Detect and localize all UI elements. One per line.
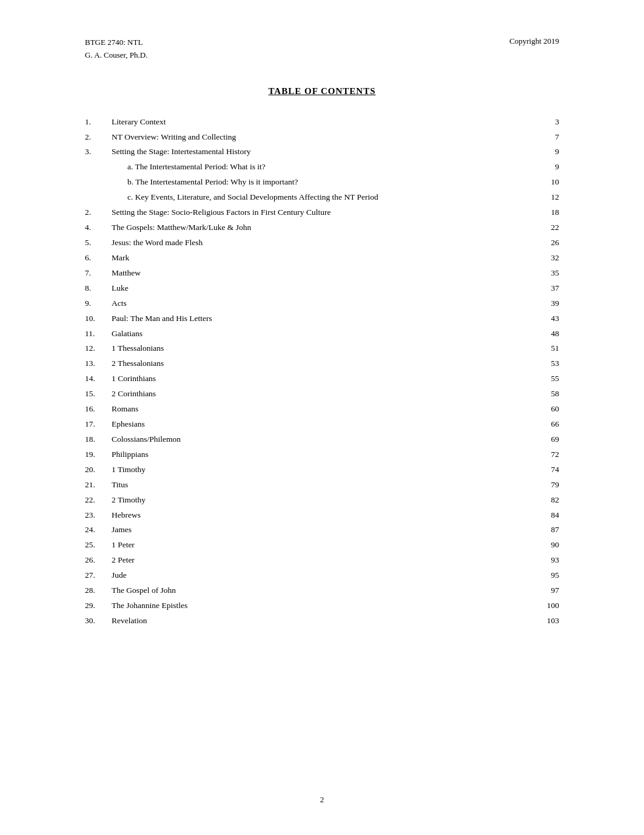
toc-label: Jude: [109, 568, 529, 583]
toc-row: 16. Romans 60: [85, 402, 559, 417]
toc-label: The Gospel of John: [109, 583, 529, 598]
toc-row: 30. Revelation 103: [85, 614, 559, 629]
toc-page: 35: [529, 266, 559, 281]
toc-row: 9. Acts 39: [85, 296, 559, 311]
toc-label: James: [109, 522, 529, 538]
toc-row: 25. 1 Peter 90: [85, 538, 559, 553]
toc-label: Setting the Stage: Socio-Religious Facto…: [109, 205, 529, 220]
toc-page: 53: [529, 356, 559, 371]
toc-num: 12.: [85, 341, 109, 356]
toc-num: [85, 160, 109, 175]
toc-label: Ephesians: [109, 417, 529, 432]
toc-num: 2.: [85, 205, 109, 220]
toc-row: 14. 1 Corinthians 55: [85, 371, 559, 387]
toc-label: Luke: [109, 281, 529, 296]
toc-label: Setting the Stage: Intertestamental Hist…: [109, 144, 529, 160]
toc-num: 20.: [85, 462, 109, 478]
toc-num: 11.: [85, 326, 109, 342]
toc-page: 48: [529, 326, 559, 342]
toc-num: 26.: [85, 553, 109, 568]
toc-num: 8.: [85, 281, 109, 296]
toc-num: 13.: [85, 356, 109, 371]
toc-label: Philippians: [109, 447, 529, 462]
toc-page: 97: [529, 583, 559, 598]
toc-page: 93: [529, 553, 559, 568]
page-footer: 2: [0, 795, 644, 805]
toc-row: 1. Literary Context 3: [85, 115, 559, 130]
toc-page: 43: [529, 311, 559, 326]
toc-row: 15. 2 Corinthians 58: [85, 387, 559, 402]
toc-num: [85, 175, 109, 190]
toc-page: 18: [529, 205, 559, 220]
toc-row: 28. The Gospel of John 97: [85, 583, 559, 598]
toc-label: Paul: The Man and His Letters: [109, 311, 529, 326]
toc-row: 13. 2 Thessalonians 53: [85, 356, 559, 371]
toc-page: 95: [529, 568, 559, 583]
toc-page: 90: [529, 538, 559, 553]
toc-row: 26. 2 Peter 93: [85, 553, 559, 568]
toc-label: b. The Intertestamental Period: Why is i…: [109, 175, 529, 190]
toc-label: Hebrews: [109, 508, 529, 523]
toc-num: 6.: [85, 251, 109, 266]
toc-row: 22. 2 Timothy 82: [85, 493, 559, 508]
toc-row: 29. The Johannine Epistles 100: [85, 598, 559, 614]
toc-page: 69: [529, 432, 559, 447]
toc-row: 7. Matthew 35: [85, 266, 559, 281]
toc-page: 10: [529, 175, 559, 190]
toc-num: 1.: [85, 115, 109, 130]
toc-page: 51: [529, 341, 559, 356]
toc-row: 20. 1 Timothy 74: [85, 462, 559, 478]
toc-page: 9: [529, 160, 559, 175]
toc-label: Revelation: [109, 614, 529, 629]
header-left: BTGE 2740: NTL G. A. Couser, Ph.D.: [85, 36, 148, 62]
toc-num: 30.: [85, 614, 109, 629]
page: BTGE 2740: NTL G. A. Couser, Ph.D. Copyr…: [0, 0, 644, 835]
toc-row: 6. Mark 32: [85, 251, 559, 266]
toc-num: 18.: [85, 432, 109, 447]
copyright-label: Copyright 2019: [509, 36, 559, 46]
toc-label: 2 Corinthians: [109, 387, 529, 402]
toc-page: 60: [529, 402, 559, 417]
toc-num: 2.: [85, 130, 109, 145]
toc-label: Romans: [109, 402, 529, 417]
toc-row: 3. Setting the Stage: Intertestamental H…: [85, 144, 559, 160]
toc-page: 7: [529, 130, 559, 145]
toc-row: 2. NT Overview: Writing and Collecting 7: [85, 130, 559, 145]
toc-page: 3: [529, 115, 559, 130]
toc-page: 22: [529, 220, 559, 235]
toc-row: c. Key Events, Literature, and Social De…: [85, 190, 559, 205]
toc-page: 74: [529, 462, 559, 478]
toc-num: 21.: [85, 478, 109, 493]
toc-num: 4.: [85, 220, 109, 235]
toc-row: 8. Luke 37: [85, 281, 559, 296]
toc-label: Jesus: the Word made Flesh: [109, 235, 529, 251]
toc-label: 2 Peter: [109, 553, 529, 568]
toc-num: 9.: [85, 296, 109, 311]
toc-label: The Gospels: Matthew/Mark/Luke & John: [109, 220, 529, 235]
toc-label: 1 Corinthians: [109, 371, 529, 387]
toc-label: Literary Context: [109, 115, 529, 130]
toc-num: 28.: [85, 583, 109, 598]
toc-num: 24.: [85, 522, 109, 538]
toc-row: b. The Intertestamental Period: Why is i…: [85, 175, 559, 190]
toc-label: Colossians/Philemon: [109, 432, 529, 447]
toc-page: 72: [529, 447, 559, 462]
toc-page: 55: [529, 371, 559, 387]
toc-page: 26: [529, 235, 559, 251]
toc-row: 11. Galatians 48: [85, 326, 559, 342]
toc-num: 29.: [85, 598, 109, 614]
header: BTGE 2740: NTL G. A. Couser, Ph.D. Copyr…: [85, 36, 559, 62]
toc-page: 37: [529, 281, 559, 296]
toc-row: 27. Jude 95: [85, 568, 559, 583]
toc-num: 27.: [85, 568, 109, 583]
toc-page: 79: [529, 478, 559, 493]
toc-num: 3.: [85, 144, 109, 160]
toc-num: 10.: [85, 311, 109, 326]
toc-page: 87: [529, 522, 559, 538]
toc-label: c. Key Events, Literature, and Social De…: [109, 190, 529, 205]
toc-page: 9: [529, 144, 559, 160]
toc-num: 22.: [85, 493, 109, 508]
toc-row: 19. Philippians 72: [85, 447, 559, 462]
toc-label: The Johannine Epistles: [109, 598, 529, 614]
toc-row: 2. Setting the Stage: Socio-Religious Fa…: [85, 205, 559, 220]
